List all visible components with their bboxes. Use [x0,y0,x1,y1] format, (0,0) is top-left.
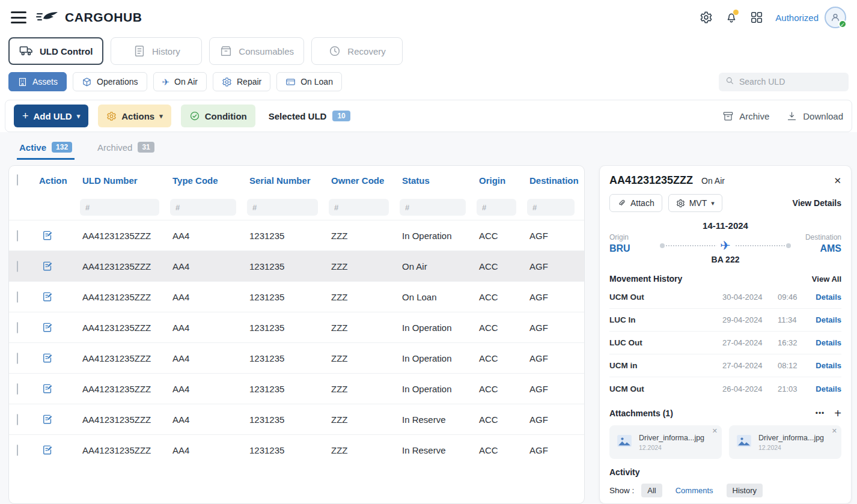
filter-destination[interactable] [527,199,575,216]
app-root: CARGOHUB Authorized ✓ [0,0,857,504]
movement-time: 16:32 [778,338,809,347]
row-checkbox[interactable] [17,353,18,364]
subtab-label: Assets [32,77,58,87]
tab-archived[interactable]: Archived 31 [95,137,157,160]
row-checkbox[interactable] [17,291,18,303]
filter-type-code[interactable] [170,199,236,216]
view-all-button[interactable]: View All [812,275,841,284]
row-checkbox[interactable] [17,445,18,456]
flight-number: BA 222 [660,255,791,264]
cell-destination: AGF [527,414,585,425]
active-count-badge: 132 [52,142,72,153]
add-uld-button[interactable]: + Add ULD ▾ [14,105,88,127]
edit-row-icon[interactable] [37,291,53,303]
column-header: ULD Number [80,175,170,186]
select-all-checkbox[interactable] [17,174,18,186]
movement-date: 27-04-2024 [722,361,778,370]
table-row[interactable]: AA41231235ZZZ AA4 1231235 ZZZ On Air ACC… [9,250,584,281]
tab-active[interactable]: Active 132 [17,137,75,160]
cell-origin: ACC [477,414,527,425]
tab-history[interactable]: History [111,37,202,65]
column-header: Status [400,175,477,186]
edit-row-icon[interactable] [37,352,53,364]
add-attachment-icon[interactable]: + [834,407,841,419]
row-checkbox[interactable] [17,383,18,395]
cell-serial-number: 1231235 [247,292,329,302]
download-button[interactable]: Download [786,111,843,122]
hamburger-menu-icon[interactable] [11,11,26,23]
details-link[interactable]: Details [809,338,841,347]
cell-type-code: AA4 [170,445,247,455]
filter-owner-code[interactable] [329,199,389,216]
selected-count-badge: 10 [332,111,350,121]
filter-status[interactable] [400,199,466,216]
table-row[interactable]: AA41231235ZZZ AA4 1231235 ZZZ On Loan AC… [9,281,584,312]
subtab-operations[interactable]: Operations [73,72,147,91]
row-checkbox[interactable] [17,414,18,425]
settings-gear-icon[interactable] [700,11,713,24]
table-row[interactable]: AA41231235ZZZ AA4 1231235 ZZZ In Reserve… [9,404,584,434]
mvt-button[interactable]: MVT ▾ [668,194,722,212]
table-row[interactable]: AA41231235ZZZ AA4 1231235 ZZZ In Operati… [9,373,584,404]
table-row[interactable]: AA41231235ZZZ AA4 1231235 ZZZ In Operati… [9,312,584,342]
condition-button[interactable]: Condition [181,105,255,127]
more-options-icon[interactable]: ••• [816,410,825,417]
cell-status: In Operation [400,323,477,333]
cell-owner-code: ZZZ [329,384,400,394]
tab-uld-control[interactable]: ULD Control [8,37,103,65]
archive-button[interactable]: Archive [722,111,769,122]
attachment-meta: 12.2024 [639,444,704,451]
attachment-card[interactable]: ✕ Driver_informa...jpg 12.2024 [609,425,722,459]
movement-date: 30-04-2024 [722,293,778,302]
attachment-card[interactable]: ✕ Driver_informa...jpg 12.2024 [729,425,841,459]
subtab-repair[interactable]: Repair [213,72,270,91]
filter-serial-number[interactable] [247,199,318,216]
movement-item: LUC In 29-04-2024 11:34 Details [609,309,841,332]
filter-uld-number[interactable] [80,199,159,216]
edit-row-icon[interactable] [37,413,53,425]
details-link[interactable]: Details [809,384,841,393]
notifications-bell-icon[interactable] [725,11,738,24]
edit-row-icon[interactable] [37,444,53,456]
filter-origin[interactable] [477,199,516,216]
tab-recovery[interactable]: Recovery [311,37,403,65]
actions-button[interactable]: Actions ▾ [98,105,171,127]
account-button[interactable]: Authorized ✓ [775,7,846,28]
detail-panel: AA41231235ZZZ On Air ✕ Attach MVT ▾ View… [599,165,852,504]
subtab-on-loan[interactable]: On Loan [276,72,342,91]
edit-row-icon[interactable] [37,260,53,272]
movement-item: LUC Out 27-04-2024 16:32 Details [609,332,841,354]
close-icon[interactable]: ✕ [834,175,841,186]
column-header: Owner Code [329,175,400,186]
subtab-assets[interactable]: Assets [8,72,67,91]
details-link[interactable]: Details [809,361,841,370]
edit-row-icon[interactable] [37,321,53,333]
cell-serial-number: 1231235 [247,384,329,394]
row-checkbox[interactable] [17,230,18,241]
edit-row-icon[interactable] [37,229,53,241]
remove-attachment-icon[interactable]: ✕ [832,427,837,435]
filter-all-button[interactable]: All [641,484,662,497]
tab-consumables[interactable]: Consumables [209,37,304,65]
row-checkbox[interactable] [17,261,18,272]
subtab-label: On Air [174,77,198,87]
filter-history-button[interactable]: History [727,484,763,497]
search-input[interactable] [739,77,843,87]
table-row[interactable]: AA41231235ZZZ AA4 1231235 ZZZ In Operati… [9,220,584,250]
movement-type: UCM Out [609,384,722,393]
edit-row-icon[interactable] [37,383,53,395]
details-link[interactable]: Details [809,293,841,302]
attach-button[interactable]: Attach [609,194,662,212]
details-link[interactable]: Details [809,315,841,324]
table-row[interactable]: AA41231235ZZZ AA4 1231235 ZZZ In Reserve… [9,434,584,465]
cell-uld-number: AA41231235ZZZ [80,445,170,455]
row-checkbox[interactable] [17,322,18,333]
remove-attachment-icon[interactable]: ✕ [712,427,718,435]
cell-owner-code: ZZZ [329,353,400,363]
filter-comments-button[interactable]: Comments [669,484,719,497]
apps-grid-icon[interactable] [750,11,763,24]
attach-label: Attach [630,198,654,208]
table-row[interactable]: AA41231235ZZZ AA4 1231235 ZZZ In Operati… [9,342,584,373]
view-details-button[interactable]: View Details [793,198,841,208]
subtab-on-air[interactable]: ✈ On Air [153,72,207,91]
